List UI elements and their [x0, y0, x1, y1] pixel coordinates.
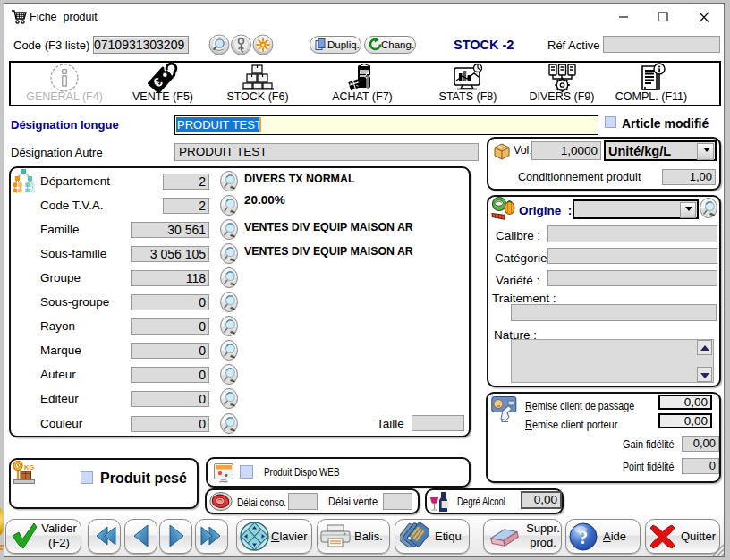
svg-text:KG: KG: [24, 463, 34, 471]
svg-text:?: ?: [579, 527, 589, 548]
